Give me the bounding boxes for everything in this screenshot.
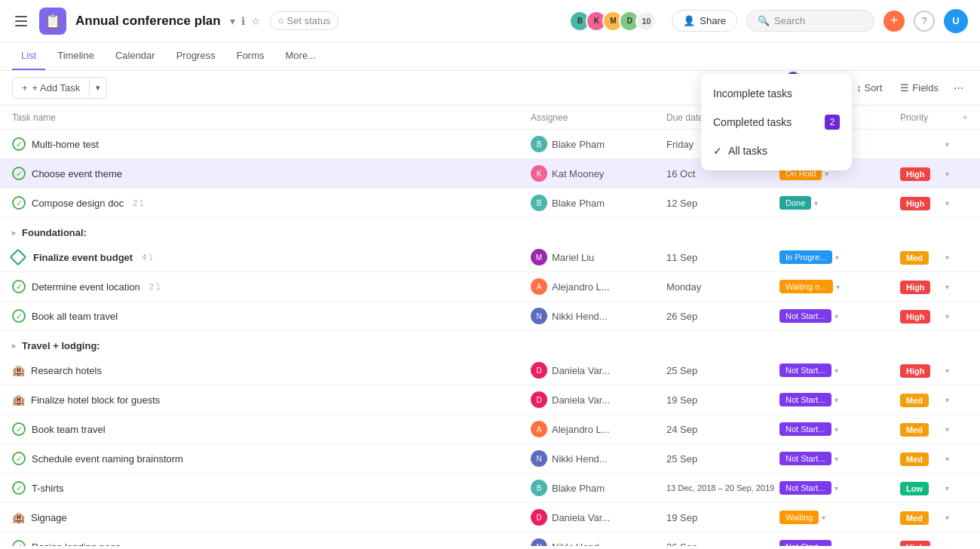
- priority-badge[interactable]: Low: [900, 482, 929, 495]
- row-expand-icon[interactable]: ▾: [945, 514, 968, 522]
- row-expand-icon[interactable]: ▾: [945, 312, 968, 321]
- tab-progress[interactable]: Progress: [167, 42, 225, 70]
- task-check-icon[interactable]: ✓: [12, 481, 26, 495]
- set-status-button[interactable]: ○ Set status: [270, 11, 339, 30]
- section-toggle-icon[interactable]: ▸: [12, 228, 16, 237]
- row-expand-icon[interactable]: ▾: [945, 140, 968, 149]
- row-expand-icon[interactable]: ▾: [945, 455, 968, 463]
- dropdown-item-all[interactable]: ✓ All tasks: [701, 137, 852, 164]
- row-expand-icon[interactable]: ▾: [945, 396, 968, 404]
- sort-button[interactable]: ↕ Sort: [849, 78, 890, 98]
- priority-badge[interactable]: Med: [900, 452, 929, 466]
- row-expand-icon[interactable]: ▾: [945, 425, 968, 434]
- section-toggle-icon[interactable]: ▸: [12, 342, 16, 350]
- chevron-down-icon[interactable]: ▾: [835, 396, 838, 404]
- dropdown-item-completed[interactable]: Completed tasks 2: [701, 107, 852, 137]
- table-row[interactable]: ✓ Book all team travel N Nikki Hend... 2…: [0, 302, 980, 331]
- priority-badge[interactable]: High: [900, 364, 930, 378]
- tab-timeline[interactable]: Timeline: [48, 42, 103, 70]
- task-check-icon[interactable]: ✓: [12, 196, 26, 210]
- priority-badge[interactable]: Med: [900, 251, 929, 265]
- table-row[interactable]: ✓ Determine event location 2 ⤵ A Alejand…: [0, 272, 980, 302]
- status-badge[interactable]: Waiting o...: [779, 280, 833, 293]
- status-badge[interactable]: Done: [779, 196, 811, 210]
- table-row[interactable]: ✓ T-shirts B Blake Pham 13 Dec, 2018 – 2…: [0, 474, 980, 503]
- hamburger-menu[interactable]: [12, 13, 30, 29]
- status-badge[interactable]: In Progre...: [779, 250, 832, 264]
- chevron-down-icon[interactable]: ▾: [230, 15, 235, 27]
- add-button[interactable]: +: [884, 11, 905, 32]
- table-row[interactable]: 🏨 Finalize hotel block for guests D Dani…: [0, 385, 980, 415]
- priority-badge[interactable]: High: [900, 167, 930, 181]
- help-button[interactable]: ?: [914, 11, 935, 32]
- assignee-name: Nikki Hend...: [552, 453, 608, 465]
- status-badge[interactable]: Not Start...: [779, 422, 831, 436]
- status-badge[interactable]: Waiting: [779, 511, 819, 524]
- fields-button[interactable]: ☰ Fields: [893, 78, 946, 98]
- tab-calendar[interactable]: Calendar: [106, 42, 164, 70]
- chevron-down-icon[interactable]: ▾: [835, 367, 838, 375]
- status-badge[interactable]: Not Start...: [779, 393, 831, 406]
- row-expand-icon[interactable]: ▾: [945, 367, 968, 375]
- avatar: D: [531, 391, 547, 408]
- info-icon[interactable]: ℹ: [241, 15, 245, 27]
- more-options-button[interactable]: ⋯: [949, 78, 968, 98]
- row-expand-icon[interactable]: ▾: [945, 199, 968, 207]
- task-name: Signage: [31, 512, 67, 523]
- avatar-count[interactable]: 10: [635, 11, 657, 32]
- search-box[interactable]: 🔍 Search: [746, 10, 874, 32]
- star-icon[interactable]: ☆: [251, 15, 261, 27]
- table-row[interactable]: ✓ Design landing page N Nikki Hend... 26…: [0, 532, 980, 546]
- chevron-down-icon[interactable]: ▾: [836, 283, 840, 291]
- task-check-icon[interactable]: ✓: [12, 540, 26, 546]
- priority-badge[interactable]: Med: [900, 394, 929, 407]
- table-row[interactable]: Finalize event budget 4 ⤵ M Mariel Liu 1…: [0, 243, 980, 272]
- row-expand-icon[interactable]: ▾: [945, 484, 968, 492]
- priority-badge[interactable]: High: [900, 197, 930, 210]
- add-task-dropdown-arrow[interactable]: ▾: [89, 78, 106, 97]
- chevron-down-icon[interactable]: ▾: [822, 514, 825, 522]
- task-check-icon[interactable]: ✓: [12, 280, 26, 293]
- tab-list[interactable]: List: [12, 42, 45, 70]
- table-row[interactable]: ✓ Schedule event naming brainstorm N Nik…: [0, 444, 980, 474]
- status-badge[interactable]: Not Start...: [779, 481, 831, 495]
- dropdown-item-incomplete[interactable]: Incomplete tasks: [701, 80, 852, 107]
- table-row[interactable]: ✓ Book team travel A Alejandro L... 24 S…: [0, 415, 980, 444]
- share-button[interactable]: 👤 Share: [672, 10, 737, 32]
- task-check-icon[interactable]: ✓: [12, 452, 26, 465]
- status-badge[interactable]: Not Start...: [779, 309, 831, 323]
- add-task-button[interactable]: + + Add Task ▾: [12, 77, 107, 99]
- priority-badge[interactable]: High: [900, 541, 930, 547]
- task-check-icon[interactable]: ✓: [12, 167, 26, 180]
- task-check-icon[interactable]: ✓: [12, 309, 26, 323]
- status-badge[interactable]: Not Start...: [779, 540, 831, 546]
- chevron-down-icon[interactable]: ▾: [814, 199, 818, 207]
- chevron-down-icon[interactable]: ▾: [835, 253, 839, 262]
- row-expand-icon[interactable]: ▾: [945, 253, 968, 262]
- task-check-icon[interactable]: ✓: [12, 137, 26, 151]
- status-badge[interactable]: Not Start...: [779, 452, 831, 465]
- table-row[interactable]: 🏨 Research hotels D Daniela Var... 25 Se…: [0, 356, 980, 385]
- chevron-down-icon[interactable]: ▾: [825, 170, 828, 178]
- chevron-down-icon[interactable]: ▾: [835, 543, 838, 547]
- add-column-button[interactable]: +: [945, 112, 968, 123]
- priority-badge[interactable]: High: [900, 310, 930, 324]
- chevron-down-icon[interactable]: ▾: [835, 484, 838, 492]
- chevron-down-icon[interactable]: ▾: [835, 455, 838, 463]
- row-expand-icon[interactable]: ▾: [945, 283, 968, 291]
- tab-forms[interactable]: Forms: [228, 42, 274, 70]
- chevron-down-icon[interactable]: ▾: [835, 425, 838, 434]
- tab-more[interactable]: More...: [277, 42, 325, 70]
- chevron-down-icon[interactable]: ▾: [835, 312, 838, 321]
- priority-badge[interactable]: Med: [900, 423, 929, 437]
- row-expand-icon[interactable]: ▾: [945, 170, 968, 178]
- task-check-icon[interactable]: ✓: [12, 422, 26, 436]
- priority-badge[interactable]: High: [900, 281, 930, 294]
- user-avatar[interactable]: U: [944, 9, 968, 33]
- table-row[interactable]: 🏨 Signage D Daniela Var... 19 Sep Waitin…: [0, 503, 980, 532]
- table-row[interactable]: ✓ Compose design doc 2 ⤵ B Blake Pham 12…: [0, 189, 980, 218]
- row-expand-icon[interactable]: ▾: [945, 543, 968, 547]
- priority-badge[interactable]: Med: [900, 511, 929, 525]
- collaborators-avatars: B K M D 10: [569, 11, 657, 32]
- status-badge[interactable]: Not Start...: [779, 363, 831, 377]
